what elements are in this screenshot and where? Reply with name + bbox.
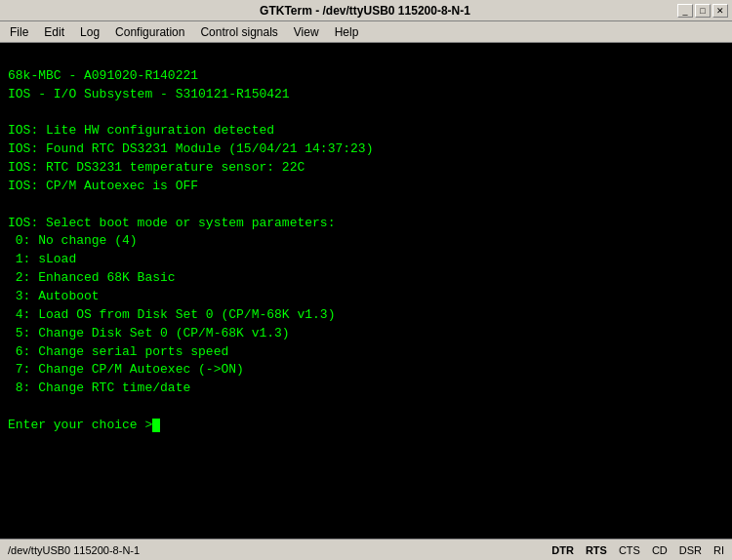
menu-configuration[interactable]: Configuration [109, 23, 190, 41]
menu-log[interactable]: Log [74, 23, 105, 41]
menu-help[interactable]: Help [329, 23, 365, 41]
window-controls: _ □ ✕ [677, 4, 728, 18]
terminal-output: 68k-MBC - A091020-R140221 IOS - I/O Subs… [8, 49, 724, 533]
signal-indicators: DTRRTSCTSCDDSRRI [551, 544, 724, 556]
minimize-button[interactable]: _ [677, 4, 693, 18]
indicator-rts: RTS [586, 544, 607, 556]
indicator-dtr: DTR [551, 544, 574, 556]
title-bar: GTKTerm - /dev/ttyUSB0 115200-8-N-1 _ □ … [0, 0, 732, 21]
cursor [152, 419, 160, 432]
menu-view[interactable]: View [288, 23, 325, 41]
indicator-cts: CTS [619, 544, 640, 556]
close-button[interactable]: ✕ [712, 4, 728, 18]
maximize-button[interactable]: □ [695, 4, 711, 18]
indicator-cd: CD [652, 544, 668, 556]
status-bar: /dev/ttyUSB0 115200-8-N-1 DTRRTSCTSCDDSR… [0, 539, 732, 560]
menu-file[interactable]: File [4, 23, 34, 41]
window-title: GTKTerm - /dev/ttyUSB0 115200-8-N-1 [53, 4, 677, 18]
menu-bar: File Edit Log Configuration Control sign… [0, 21, 732, 43]
indicator-ri: RI [713, 544, 724, 556]
indicator-dsr: DSR [679, 544, 702, 556]
menu-edit[interactable]: Edit [38, 23, 70, 41]
terminal-area[interactable]: 68k-MBC - A091020-R140221 IOS - I/O Subs… [0, 43, 732, 539]
menu-control-signals[interactable]: Control signals [194, 23, 283, 41]
port-info: /dev/ttyUSB0 115200-8-N-1 [8, 544, 140, 556]
